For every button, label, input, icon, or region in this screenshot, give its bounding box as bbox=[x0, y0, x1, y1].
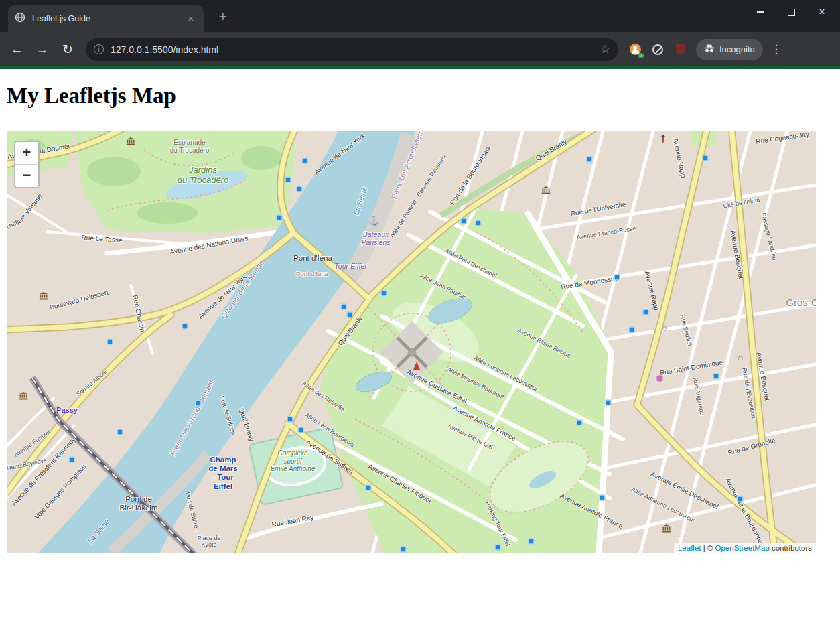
leaflet-map[interactable]: Esplanade du TrocadéroJardins du Trocadé… bbox=[7, 131, 816, 553]
tab-close-icon[interactable]: × bbox=[185, 13, 197, 25]
browser-tab[interactable]: Leaflet.js Guide × bbox=[8, 5, 204, 32]
browser-toolbar: ← → ↻ i 127.0.0.1:5500/index.html ☆ ✓ In… bbox=[0, 32, 840, 66]
extension-blocker-icon[interactable] bbox=[648, 40, 668, 60]
tab-title: Leaflet.js Guide bbox=[32, 14, 185, 23]
maximize-button[interactable] bbox=[776, 1, 807, 23]
leaflet-link[interactable]: Leaflet bbox=[678, 544, 701, 552]
extension-profile-icon[interactable]: ✓ bbox=[625, 40, 645, 60]
browser-window: Leaflet.js Guide × + × ← → ↻ i 127.0.0.1… bbox=[0, 0, 840, 69]
new-tab-button[interactable]: + bbox=[214, 9, 232, 26]
map-tiles bbox=[7, 131, 816, 553]
url-text: 127.0.0.1:5500/index.html bbox=[111, 44, 600, 55]
menu-icon[interactable]: ⋮ bbox=[767, 42, 786, 56]
site-favicon-icon bbox=[15, 12, 25, 25]
page-title: My Leafletjs Map bbox=[7, 84, 176, 109]
maximize-icon bbox=[788, 9, 795, 16]
back-button[interactable]: ← bbox=[5, 38, 28, 61]
shield-icon bbox=[676, 44, 685, 54]
attribution-separator: | © bbox=[701, 544, 715, 552]
map-attribution: Leaflet | © OpenStreetMap contributors bbox=[674, 543, 816, 553]
zoom-in-button[interactable]: + bbox=[15, 142, 38, 165]
incognito-spy-icon bbox=[704, 44, 715, 55]
incognito-label: Incognito bbox=[719, 44, 755, 54]
zoom-control: + − bbox=[14, 141, 40, 188]
blocked-sign-icon bbox=[652, 44, 663, 55]
minimize-button[interactable] bbox=[745, 1, 776, 23]
reload-button[interactable]: ↻ bbox=[56, 38, 79, 61]
forward-button[interactable]: → bbox=[31, 38, 54, 61]
extension-ublock-icon[interactable] bbox=[671, 40, 691, 60]
web-page: My Leafletjs Map bbox=[0, 69, 840, 633]
bookmark-star-icon[interactable]: ☆ bbox=[600, 42, 610, 56]
zoom-out-button[interactable]: − bbox=[15, 165, 38, 187]
tab-strip: Leaflet.js Guide × + × bbox=[0, 0, 840, 32]
minimize-icon bbox=[757, 11, 764, 13]
check-icon: ✓ bbox=[638, 53, 644, 58]
window-controls: × bbox=[745, 1, 837, 23]
address-bar[interactable]: i 127.0.0.1:5500/index.html ☆ bbox=[86, 38, 618, 61]
attribution-suffix: contributors bbox=[770, 544, 812, 552]
incognito-badge: Incognito bbox=[696, 39, 763, 60]
close-window-button[interactable]: × bbox=[807, 1, 837, 23]
site-info-icon[interactable]: i bbox=[94, 44, 104, 54]
osm-link[interactable]: OpenStreetMap bbox=[715, 544, 770, 552]
